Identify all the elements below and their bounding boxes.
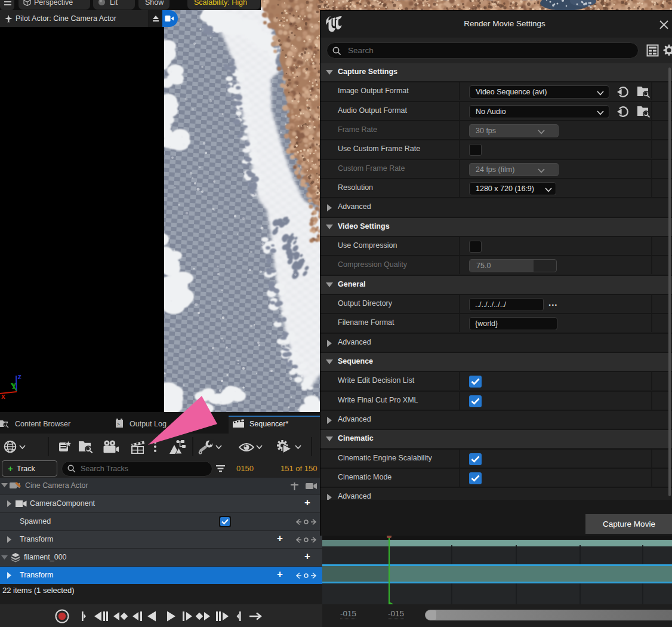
svg-text:y: y: [12, 380, 16, 389]
svg-text:x: x: [1, 392, 5, 399]
svg-text:>_: >_: [117, 422, 123, 427]
svg-text:z: z: [18, 372, 22, 381]
